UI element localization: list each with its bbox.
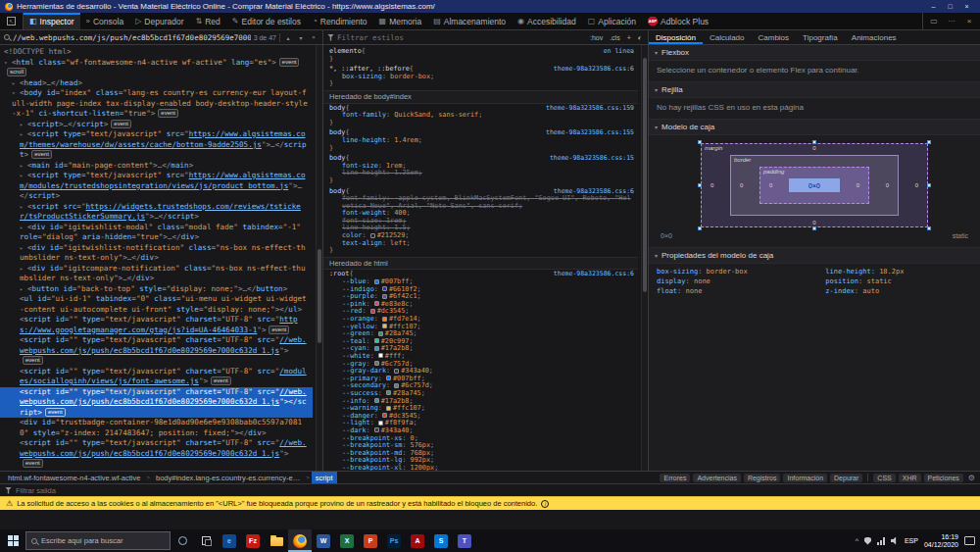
event-badge[interactable]: event bbox=[279, 58, 300, 67]
markup-node[interactable]: ▾<html class="wf-fontawesome-n4-active w… bbox=[0, 58, 313, 78]
console-warning-message[interactable]: ⚠ La solicitud de acceso a las cookies o… bbox=[0, 496, 980, 510]
event-badge[interactable]: event bbox=[45, 408, 66, 417]
filter-informacion-button[interactable]: Información bbox=[783, 474, 827, 482]
acrobat-button[interactable]: A bbox=[406, 529, 429, 552]
markup-tree[interactable]: <!DOCTYPE html>▾<html class="wf-fontawes… bbox=[0, 45, 322, 471]
teams-button[interactable]: T bbox=[453, 529, 476, 552]
tab-animaciones[interactable]: Animaciones bbox=[845, 30, 904, 44]
markup-node[interactable]: ▸<script src="https://widgets.trustedsho… bbox=[0, 202, 313, 223]
search-next-button[interactable]: ▾ bbox=[296, 34, 306, 41]
stylesheet-location-link[interactable]: theme-98a323586.css:6 bbox=[548, 66, 634, 74]
class-toggle[interactable]: .cls bbox=[608, 34, 622, 41]
filter-advertencias-button[interactable]: Advertencias bbox=[693, 474, 740, 482]
css-declaration[interactable]: --success: #28a745; bbox=[329, 390, 634, 398]
tab-console[interactable]: »Consola bbox=[80, 13, 130, 29]
tab-disposicion[interactable]: Disposición bbox=[649, 30, 703, 44]
color-swatch[interactable] bbox=[386, 376, 391, 380]
box-model-value[interactable]: 0 bbox=[740, 182, 743, 188]
event-badge[interactable]: event bbox=[31, 150, 52, 159]
pick-element-button[interactable]: ↖ bbox=[0, 13, 24, 29]
network-icon[interactable] bbox=[877, 537, 885, 545]
tab-style-editor[interactable]: ✎Editor de estilos bbox=[226, 13, 307, 29]
add-rule-button[interactable]: + bbox=[625, 34, 633, 41]
filezilla-button[interactable]: Fz bbox=[241, 529, 265, 552]
tab-performance[interactable]: ◔Rendimiento bbox=[307, 13, 373, 29]
scrollbar-thumb[interactable] bbox=[318, 249, 321, 342]
pseudo-class-toggle[interactable]: :hov bbox=[588, 34, 605, 41]
word-button[interactable]: W bbox=[312, 529, 335, 552]
markup-node[interactable]: ▸<script type="text/javascript" src="htt… bbox=[0, 129, 313, 161]
box-model-property[interactable]: line-height: 18.2px bbox=[825, 268, 972, 276]
taskbar-search[interactable]: Escribe aquí para buscar bbox=[25, 531, 171, 550]
event-badge[interactable]: event bbox=[211, 376, 231, 385]
box-model-value[interactable]: 0 bbox=[857, 182, 859, 188]
console-filter-input[interactable] bbox=[16, 486, 975, 495]
color-swatch[interactable] bbox=[386, 406, 391, 411]
stylesheet-location-link[interactable]: theme-98a323586.css:159 bbox=[540, 105, 634, 113]
start-button[interactable] bbox=[0, 529, 25, 552]
color-swatch[interactable] bbox=[378, 421, 383, 426]
color-swatch[interactable] bbox=[374, 279, 379, 284]
color-swatch[interactable] bbox=[382, 317, 387, 322]
responsive-design-mode-icon[interactable]: ▭ bbox=[925, 17, 943, 25]
html-search-input[interactable] bbox=[13, 33, 251, 42]
css-declaration[interactable]: --white: #fff; bbox=[329, 353, 634, 361]
markup-node[interactable]: <!DOCTYPE html> bbox=[0, 47, 313, 58]
color-swatch[interactable] bbox=[374, 338, 379, 343]
file-explorer-button[interactable] bbox=[265, 529, 288, 552]
markup-node[interactable]: ▸<script type="text/javascript" src="htt… bbox=[0, 171, 313, 202]
css-declaration[interactable]: font-family: -apple-system, BlinkMacSyst… bbox=[329, 195, 634, 210]
box-model-diagram[interactable]: margin border padding 0×0 00000000 bbox=[701, 143, 928, 227]
css-declaration[interactable]: --pink: #e83e8c; bbox=[329, 301, 634, 309]
css-declaration[interactable]: line-height: 1.25em; bbox=[329, 170, 634, 177]
markup-node[interactable]: ▸<main id="main-page-content">…</main> bbox=[0, 161, 313, 172]
markup-node[interactable]: <script id="" type="text/javascript" cha… bbox=[0, 367, 313, 387]
tab-debugger[interactable]: ▷Depurador bbox=[129, 13, 189, 29]
filter-depurar-button[interactable]: Depurar bbox=[830, 474, 862, 482]
search-prev-button[interactable]: ▴ bbox=[283, 34, 293, 41]
grid-section-header[interactable]: ▾ Rejilla bbox=[649, 82, 980, 98]
boxmodel-properties-header[interactable]: ▾ Propiedades del modelo de caja bbox=[649, 248, 980, 264]
skype-button[interactable]: S bbox=[429, 529, 453, 552]
box-model-value[interactable]: 0 bbox=[769, 182, 772, 188]
info-icon[interactable]: i bbox=[541, 500, 549, 508]
filter-xhr-button[interactable]: XHR bbox=[899, 474, 921, 482]
firefox-button[interactable] bbox=[288, 529, 312, 552]
filter-registros-button[interactable]: Registros bbox=[744, 474, 781, 482]
scrollbar-thumb[interactable] bbox=[643, 58, 647, 292]
box-model-property[interactable]: float: none bbox=[657, 287, 815, 295]
tab-tipografia[interactable]: Tipografía bbox=[796, 30, 845, 44]
security-shield-icon[interactable] bbox=[864, 537, 871, 545]
markup-node[interactable]: <script id="" type="text/javascript" cha… bbox=[0, 335, 313, 367]
close-devtools-icon[interactable]: × bbox=[960, 17, 978, 25]
event-badge[interactable]: event bbox=[158, 109, 178, 118]
box-model-value[interactable]: 0 bbox=[812, 145, 815, 151]
event-badge[interactable]: event bbox=[23, 459, 43, 468]
markup-node[interactable]: <script id="" type="text/javascript" cha… bbox=[0, 315, 313, 335]
css-declaration[interactable]: --teal: #20c997; bbox=[329, 338, 634, 346]
filter-peticiones-button[interactable]: Peticiones bbox=[924, 474, 963, 482]
markup-node[interactable]: ▸<div id="igitwishlist-notification" cla… bbox=[0, 243, 313, 264]
color-swatch[interactable] bbox=[378, 353, 383, 358]
stylesheet-location-link[interactable]: theme-98a323586.css:6 bbox=[548, 271, 634, 278]
box-model-property[interactable]: position: static bbox=[825, 277, 972, 285]
color-swatch[interactable] bbox=[382, 286, 387, 291]
stylesheet-location-link[interactable]: theme-98a323586.css:15 bbox=[544, 155, 634, 163]
color-swatch[interactable] bbox=[374, 346, 379, 351]
volume-icon[interactable] bbox=[891, 537, 899, 545]
notification-center-button[interactable] bbox=[964, 536, 975, 545]
color-swatch[interactable] bbox=[386, 390, 391, 395]
box-model-content[interactable]: 0×0 bbox=[789, 178, 840, 192]
rule-selector[interactable]: elemento bbox=[329, 48, 362, 56]
tab-inspector[interactable]: ◧Inspector bbox=[24, 13, 80, 29]
filter-css-button[interactable]: CSS bbox=[873, 474, 895, 482]
taskbar-clock[interactable]: 16:19 04/12/2020 bbox=[924, 533, 958, 549]
boxmodel-section-header[interactable]: ▾ Modelo de caja bbox=[649, 120, 980, 135]
internet-explorer-button[interactable]: e bbox=[218, 529, 241, 552]
breadcrumb-item[interactable]: body#index.lang-es.country-es.currency-e… bbox=[152, 474, 304, 482]
tab-memory[interactable]: ▦Memoria bbox=[373, 13, 428, 29]
minimize-button[interactable]: – bbox=[925, 3, 942, 10]
css-declaration[interactable]: --green: #28a745; bbox=[329, 330, 634, 338]
markup-node[interactable]: <script id="" type="text/javascript" cha… bbox=[0, 387, 313, 419]
cortana-button[interactable] bbox=[171, 529, 194, 552]
